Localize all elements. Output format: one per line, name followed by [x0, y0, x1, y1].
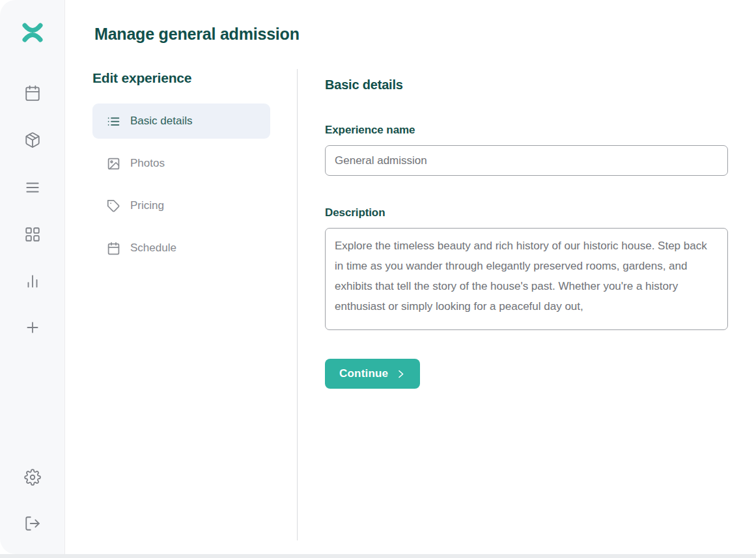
page: Manage general admission Edit experience…	[0, 0, 756, 558]
nav-item-schedule[interactable]: Schedule	[92, 230, 270, 266]
nav-item-label: Schedule	[130, 242, 176, 255]
brand-logo-icon	[22, 22, 43, 43]
image-icon	[107, 157, 120, 171]
bottom-edge-strip	[0, 554, 756, 558]
app-window: Manage general admission Edit experience…	[0, 0, 756, 554]
page-title: Manage general admission	[94, 25, 300, 44]
continue-button[interactable]: Continue	[325, 359, 420, 389]
calendar-icon[interactable]	[24, 85, 41, 102]
nav-item-photos[interactable]: Photos	[92, 146, 270, 181]
form-section-heading: Basic details	[325, 77, 728, 92]
calendar-icon	[107, 242, 120, 255]
experience-name-input[interactable]	[325, 145, 728, 176]
plus-icon[interactable]	[24, 319, 41, 336]
description-textarea[interactable]: Explore the timeless beauty and rich his…	[325, 228, 728, 330]
bar-chart-icon[interactable]	[24, 273, 41, 290]
nav-item-label: Pricing	[130, 199, 164, 212]
icon-rail-sidebar	[0, 0, 65, 554]
description-label: Description	[325, 206, 728, 219]
nav-heading: Edit experience	[92, 70, 270, 86]
basic-details-form: Basic details Experience name Descriptio…	[325, 68, 728, 389]
chevron-right-icon	[396, 369, 406, 379]
nav-item-label: Basic details	[130, 115, 192, 128]
list-icon[interactable]	[24, 179, 41, 196]
package-icon[interactable]	[24, 132, 41, 148]
vertical-divider	[297, 69, 298, 540]
settings-gear-icon[interactable]	[24, 469, 41, 486]
continue-button-label: Continue	[339, 367, 388, 380]
brand-logo[interactable]	[22, 22, 43, 43]
nav-item-pricing[interactable]: Pricing	[92, 188, 270, 223]
nav-item-label: Photos	[130, 157, 165, 170]
list-icon	[107, 115, 120, 128]
experience-name-label: Experience name	[325, 124, 728, 137]
edit-experience-nav: Edit experience Basic details Photos Pri…	[92, 70, 270, 273]
nav-item-basic-details[interactable]: Basic details	[92, 104, 270, 139]
tag-icon	[107, 199, 120, 213]
grid-icon[interactable]	[24, 226, 41, 243]
logout-icon[interactable]	[24, 515, 41, 532]
main-area: Manage general admission Edit experience…	[65, 0, 756, 554]
